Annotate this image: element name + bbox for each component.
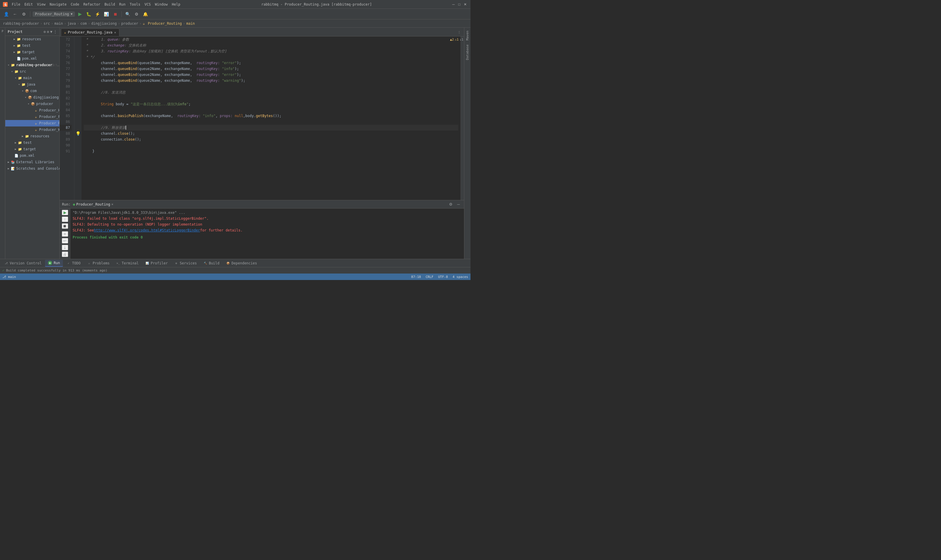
menu-code[interactable]: Code [69, 2, 81, 7]
menu-help[interactable]: Help [170, 2, 182, 7]
menu-run[interactable]: Run [117, 2, 127, 7]
tab-todo[interactable]: ✓ TODO [63, 260, 83, 267]
indent[interactable]: 4 spaces [452, 275, 468, 279]
menu-navigate[interactable]: Navigate [48, 2, 69, 7]
tree-item-target2[interactable]: ▶ 📁 target [5, 146, 59, 152]
tab-terminal[interactable]: >_ Terminal [113, 260, 142, 267]
editor[interactable]: 72 73 74 75 76 77 78 79 80 81 82 83 84 8… [60, 37, 464, 200]
panel-filter-icon[interactable]: ⚙ [47, 30, 49, 34]
tree-item-dingjiaxiong[interactable]: ▾ 📦 dingjiaxiong [5, 94, 59, 101]
tree-item-helloworld[interactable]: ☕ Producer_HelloWorld [5, 107, 59, 114]
menu-refactor[interactable]: Refactor [81, 2, 102, 7]
tab-producer-routing[interactable]: ☕ Producer_Routing.java ✕ [61, 29, 119, 36]
menu-edit[interactable]: Edit [23, 2, 35, 7]
breadcrumb-com[interactable]: com [80, 22, 87, 26]
left-icon-project[interactable]: P [0, 29, 5, 34]
tree-item-rabbitmq-producer[interactable]: ▾ 📁 rabbitmq-producer D:\DingJiaxiong\Id… [5, 62, 59, 68]
run-with-coverage[interactable]: ⚡ [94, 10, 101, 18]
maximize-button[interactable]: □ [457, 2, 462, 7]
run-tab-close[interactable]: ✕ [111, 202, 114, 206]
run-scroll-btn[interactable]: ⤓ [62, 245, 68, 250]
breadcrumb-dingjiaxiong[interactable]: dingjiaxiong [91, 22, 117, 26]
panel-collapse-icon[interactable]: ▼ [50, 30, 52, 34]
breadcrumb-method[interactable]: main [186, 22, 195, 26]
toolbar-navigate-back[interactable]: ← [11, 10, 19, 18]
run-wrap-btn[interactable]: ↩ [62, 238, 68, 243]
menu-file[interactable]: File [10, 2, 22, 7]
run-settings-btn[interactable]: ⚙ [447, 201, 454, 208]
tab-close-button[interactable]: ✕ [114, 31, 116, 34]
run-print-btn[interactable]: 🖨 [62, 251, 68, 257]
tab-profiler[interactable]: 📊 Profiler [142, 260, 171, 267]
cursor-position[interactable]: 87:18 [411, 275, 421, 279]
close-button[interactable]: ✕ [463, 2, 467, 7]
code-area[interactable]: * 1. queue : 参数 * 2. exchange : 交换机名称 * … [81, 37, 461, 200]
tab-version-control[interactable]: ⎇ Version Control [1, 260, 45, 267]
tree-item-producer-pkg[interactable]: ▾ 📦 producer [5, 101, 59, 107]
tree-item-main[interactable]: ▾ 📁 main [5, 75, 59, 81]
profile-button[interactable]: 📊 [103, 10, 110, 18]
tab-dependencies[interactable]: 📦 Dependencies [223, 260, 260, 267]
tree-item-test2[interactable]: ▶ 📁 test [5, 139, 59, 146]
breadcrumb-src[interactable]: src [43, 22, 50, 26]
breadcrumb-class[interactable]: ☕ Producer_Routing [143, 22, 182, 26]
run-rerun-btn[interactable]: ↑ [62, 217, 68, 222]
tree-item-resources-main[interactable]: ▶ 📁 resources [5, 133, 59, 139]
menu-vcs[interactable]: VCS [143, 2, 152, 7]
tab-run[interactable]: ▶ Run [45, 260, 63, 267]
window-controls[interactable]: ─ □ ✕ [451, 2, 467, 7]
breadcrumb-main[interactable]: main [54, 22, 63, 26]
tree-item-resources[interactable]: ▶ 📁 resources [5, 36, 59, 42]
project-tree[interactable]: ▶ 📁 resources ▶ 📁 test ▶ 📁 target 📄 po [5, 36, 59, 259]
menu-build[interactable]: Build [103, 2, 117, 7]
menu-tools[interactable]: Tools [128, 2, 142, 7]
tree-item-java[interactable]: ▾ 📁 java [5, 81, 59, 88]
tree-item-pomxml2[interactable]: 📄 pom.xml [5, 152, 59, 159]
tree-item-scratches[interactable]: ▶ 📝 Scratches and Consoles [5, 165, 59, 172]
search-everywhere[interactable]: 🔍 [124, 10, 132, 18]
tab-bar-more[interactable]: ⋮ [455, 29, 463, 36]
toolbar-settings[interactable]: ⚙ [20, 10, 28, 18]
tab-problems[interactable]: ⚠ Problems [84, 260, 113, 267]
maven-label[interactable]: Maven [465, 29, 470, 42]
run-minimize-btn[interactable]: ─ [455, 201, 462, 208]
debug-button[interactable]: 🐛 [85, 10, 93, 18]
breadcrumb-root[interactable]: rabbitmq-producer [3, 22, 39, 26]
tree-item-routing[interactable]: ☕ Producer_Routing [5, 120, 59, 126]
toolbar-back-btn[interactable]: 👤 [2, 10, 10, 18]
tree-item-workqueues[interactable]: ☕ Producer_WorkQueues [5, 126, 59, 133]
run-config-tab[interactable]: ● Producer_Routing ✕ [73, 202, 113, 206]
tree-item-src[interactable]: ▾ 📁 src [5, 68, 59, 75]
tree-item-com[interactable]: ▾ 📦 com [5, 88, 59, 94]
tab-services[interactable]: ⚙ Services [171, 260, 200, 267]
gutter-bulb-87[interactable]: 💡 [75, 131, 80, 137]
breadcrumb-producer[interactable]: producer [121, 22, 138, 26]
minimize-button[interactable]: ─ [451, 2, 456, 7]
run-filter-btn[interactable]: ≡ [62, 231, 68, 237]
charset[interactable]: UTF-8 [438, 275, 448, 279]
updates-button[interactable]: 🔔 [142, 10, 149, 18]
stop-button[interactable]: ⏹ [111, 10, 119, 18]
run-config-selector[interactable]: Producer_Routing ▼ [33, 11, 75, 17]
menu-bar[interactable]: File Edit View Navigate Code Refactor Bu… [10, 2, 182, 7]
menu-view[interactable]: View [35, 2, 47, 7]
tree-item-test[interactable]: ▶ 📁 test [5, 42, 59, 49]
panel-settings-icon[interactable]: ⋮ [54, 30, 57, 34]
tab-build[interactable]: 🔨 Build [200, 260, 222, 267]
run-button[interactable]: ▶ [76, 10, 84, 18]
line-separator[interactable]: CRLF [426, 275, 434, 279]
tree-item-pomxml-top[interactable]: 📄 pom.xml [5, 55, 59, 62]
database-label[interactable]: Database [465, 43, 470, 62]
panel-gear-icon[interactable]: ⚙ [43, 30, 46, 34]
run-play-btn[interactable]: ▶ [62, 210, 68, 215]
tree-item-external-libs[interactable]: ▶ 📚 External Libraries [5, 159, 59, 165]
run-stop-btn[interactable]: ⏹ [62, 223, 68, 229]
settings-button[interactable]: ⚙ [133, 10, 141, 18]
tree-item-pubsub[interactable]: ☕ Producer_PubSub [5, 114, 59, 120]
run-panel-controls[interactable]: ⚙ ─ [447, 201, 462, 208]
menu-window[interactable]: Window [153, 2, 169, 7]
breadcrumb-java[interactable]: java [67, 22, 76, 26]
panel-header-icons[interactable]: ⚙ ⚙ ▼ ⋮ [43, 30, 57, 34]
tree-item-target-top[interactable]: ▶ 📁 target [5, 49, 59, 55]
output-link[interactable]: http://www.slf4j.org/codes.html#StaticLo… [94, 227, 200, 233]
